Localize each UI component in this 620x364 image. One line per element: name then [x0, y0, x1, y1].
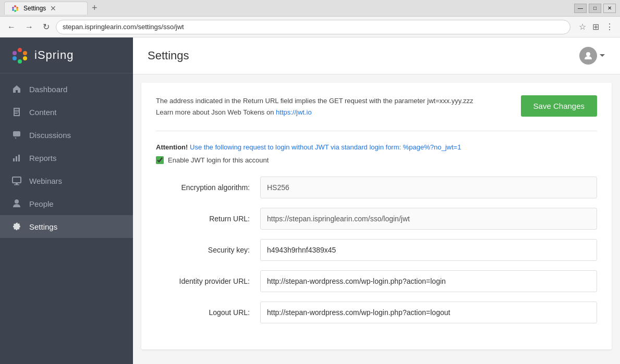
- tab-title: Settings: [23, 5, 46, 12]
- forward-button[interactable]: →: [22, 20, 37, 34]
- window-maximize-btn[interactable]: □: [589, 4, 601, 13]
- svg-point-11: [13, 51, 17, 55]
- person-icon: [11, 198, 22, 209]
- attention-label: Attention!: [156, 143, 188, 151]
- save-changes-button[interactable]: Save Changes: [521, 95, 597, 117]
- toolbar-icons: ☆ ⊞ ⋮: [577, 20, 616, 34]
- form-fields: Encryption algorithm:Return URL:Security…: [156, 177, 597, 323]
- sidebar-label-webinars: Webinars: [29, 177, 62, 185]
- monitor-icon: [11, 175, 22, 186]
- svg-point-8: [23, 56, 27, 60]
- form-label-return_url: Return URL:: [156, 215, 260, 223]
- sidebar-nav: Dashboard Content Discussions: [0, 73, 133, 364]
- sidebar-logo: iSpring: [0, 37, 133, 73]
- svg-point-0: [14, 5, 16, 7]
- new-tab-button[interactable]: +: [88, 1, 102, 16]
- sidebar-label-settings: Settings: [29, 222, 57, 231]
- svg-rect-17: [15, 111, 19, 112]
- form-input-identity_url[interactable]: [260, 270, 597, 292]
- svg-rect-21: [16, 156, 17, 161]
- bar-chart-icon: [11, 153, 22, 163]
- info-bar: The address indicated in the Return URL …: [156, 95, 597, 118]
- window-minimize-btn[interactable]: —: [574, 4, 587, 13]
- svg-rect-14: [14, 115, 20, 116]
- form-label-encryption: Encryption algorithm:: [156, 183, 260, 192]
- svg-point-2: [16, 9, 18, 11]
- form-label-logout_url: Logout URL:: [156, 308, 260, 317]
- svg-rect-15: [19, 108, 20, 115]
- jwt-enable-label[interactable]: Enable JWT login for this account: [168, 156, 269, 164]
- reload-button[interactable]: ↻: [40, 20, 53, 34]
- tab-favicon: [11, 4, 19, 12]
- user-icon: [583, 51, 593, 61]
- attention-text: Attention! Use the following request to …: [156, 142, 597, 153]
- form-input-encryption[interactable]: [260, 177, 597, 198]
- sidebar-item-content[interactable]: Content: [0, 101, 133, 123]
- sidebar-item-reports[interactable]: Reports: [0, 146, 133, 169]
- svg-point-9: [18, 59, 22, 64]
- sidebar-label-people: People: [29, 199, 54, 208]
- sidebar-item-dashboard[interactable]: Dashboard: [0, 78, 133, 101]
- main-content: Settings The addres: [133, 37, 620, 364]
- window-close-btn[interactable]: ✕: [603, 4, 616, 13]
- form-input-logout_url[interactable]: [260, 302, 597, 323]
- sidebar-label-discussions: Discussions: [29, 131, 71, 140]
- form-row-identity_url: Identity provider URL:: [156, 270, 597, 292]
- form-input-return_url[interactable]: [260, 208, 597, 230]
- jwt-io-link[interactable]: https://jwt.io: [276, 108, 312, 116]
- form-row-return_url: Return URL:: [156, 208, 597, 230]
- attention-section: Attention! Use the following request to …: [156, 142, 597, 164]
- sidebar-label-reports: Reports: [29, 154, 57, 162]
- svg-rect-16: [15, 110, 19, 111]
- svg-rect-18: [15, 113, 18, 114]
- settings-panel: The address indicated in the Return URL …: [141, 83, 612, 349]
- address-bar-container: [56, 20, 570, 34]
- file-icon: [11, 107, 22, 117]
- form-input-security_key[interactable]: [260, 239, 597, 261]
- svg-point-7: [23, 51, 27, 55]
- attention-body-text: Use the following request to login witho…: [190, 143, 461, 151]
- svg-rect-23: [13, 177, 21, 183]
- logo-text: iSpring: [34, 48, 74, 62]
- bookmark-button[interactable]: ☆: [577, 20, 588, 34]
- home-icon: [11, 84, 22, 94]
- svg-point-26: [15, 199, 19, 204]
- sidebar-item-people[interactable]: People: [0, 192, 133, 215]
- window-controls: — □ ✕: [574, 4, 616, 13]
- svg-rect-13: [14, 108, 15, 116]
- svg-point-1: [16, 7, 18, 9]
- sidebar-item-settings[interactable]: Settings: [0, 215, 133, 238]
- browser-tab[interactable]: Settings ✕: [4, 2, 88, 15]
- form-label-security_key: Security key:: [156, 246, 260, 254]
- back-button[interactable]: ←: [4, 20, 19, 34]
- menu-button[interactable]: ⋮: [603, 20, 616, 34]
- sidebar-item-webinars[interactable]: Webinars: [0, 169, 133, 192]
- chat-icon: [11, 130, 22, 140]
- form-row-security_key: Security key:: [156, 239, 597, 261]
- logo-icon: [10, 46, 29, 65]
- form-label-identity_url: Identity provider URL:: [156, 277, 260, 285]
- main-header: Settings: [133, 37, 620, 74]
- svg-point-10: [13, 56, 17, 60]
- address-bar-input[interactable]: [63, 23, 564, 31]
- form-row-encryption: Encryption algorithm:: [156, 177, 597, 198]
- svg-rect-25: [14, 184, 19, 185]
- avatar: [579, 47, 597, 65]
- svg-point-4: [12, 9, 14, 11]
- form-row-logout_url: Logout URL:: [156, 302, 597, 323]
- tab-close-btn[interactable]: ✕: [50, 4, 56, 12]
- user-avatar-button[interactable]: [579, 47, 605, 65]
- svg-point-6: [18, 48, 22, 52]
- svg-point-27: [586, 52, 590, 56]
- extensions-button[interactable]: ⊞: [590, 20, 601, 34]
- chevron-down-icon: [599, 54, 605, 58]
- sidebar-item-discussions[interactable]: Discussions: [0, 123, 133, 146]
- svg-point-5: [12, 7, 14, 9]
- info-text: The address indicated in the Return URL …: [156, 95, 510, 118]
- svg-rect-20: [13, 158, 15, 161]
- sidebar-label-content: Content: [29, 108, 57, 117]
- main-body: The address indicated in the Return URL …: [133, 74, 620, 364]
- jwt-enable-checkbox[interactable]: [156, 156, 164, 164]
- sidebar-label-dashboard: Dashboard: [29, 85, 67, 94]
- divider: [156, 131, 597, 131]
